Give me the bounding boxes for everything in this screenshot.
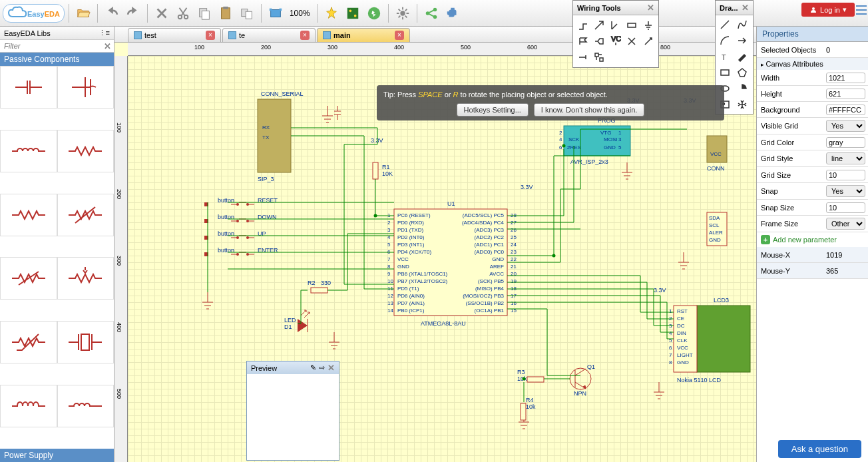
sidebar-menu-icon[interactable]: ⋮≡ (99, 29, 110, 37)
hamburger-icon[interactable] (856, 5, 867, 15)
text-icon[interactable]: T (718, 49, 732, 64)
svg-point-12 (349, 9, 351, 12)
netlabel-icon[interactable] (624, 18, 639, 33)
component-resistor[interactable] (0, 194, 57, 236)
tab-te[interactable]: te× (222, 28, 316, 42)
group-icon[interactable] (592, 50, 606, 65)
close-icon[interactable]: × (395, 31, 404, 40)
frame-size-select[interactable]: Other (826, 218, 865, 230)
svg-text:19: 19 (511, 278, 517, 284)
svg-rect-181 (600, 58, 603, 61)
netport-icon[interactable] (592, 34, 606, 49)
add-parameter-button[interactable]: +Add new parameter (757, 232, 868, 247)
copy-icon[interactable] (194, 3, 214, 23)
bezier-icon[interactable] (735, 17, 750, 32)
background-input[interactable] (826, 105, 865, 115)
svg-text:PB6 (XTAL1/TOSC1): PB6 (XTAL1/TOSC1) (397, 271, 448, 277)
svg-text:5: 5 (618, 144, 622, 150)
grid-style-select[interactable]: line (826, 152, 865, 164)
canvas-attributes-section[interactable]: Canvas Attributes (757, 58, 868, 70)
close-icon[interactable]: × (300, 31, 310, 40)
component-capacitor-pol[interactable] (57, 66, 114, 109)
svg-text:23: 23 (511, 249, 517, 255)
clone-icon[interactable] (237, 3, 257, 23)
component-varistor[interactable] (0, 257, 57, 300)
snap-select[interactable]: Yes (826, 185, 865, 197)
svg-text:CONN_SERIAL: CONN_SERIAL (261, 91, 304, 97)
visible-grid-select[interactable]: Yes (826, 120, 865, 132)
grid-size-input[interactable] (826, 170, 865, 180)
redo-icon[interactable] (123, 3, 143, 23)
section-passive[interactable]: Passive Components (0, 53, 114, 66)
vcc-icon[interactable]: VCC (608, 34, 623, 49)
svg-text:5: 5 (669, 338, 672, 344)
width-input[interactable] (826, 73, 865, 83)
paste-icon[interactable] (216, 3, 236, 23)
height-input[interactable] (826, 89, 865, 99)
svg-text:(ADC4/SDA) PC4: (ADC4/SDA) PC4 (462, 220, 505, 226)
component-resistor-var[interactable] (57, 194, 114, 236)
component-inductor[interactable] (0, 130, 57, 172)
new-icon[interactable] (322, 3, 341, 23)
clear-filter-icon[interactable]: ✕ (101, 41, 114, 51)
freehand-icon[interactable] (735, 49, 750, 64)
svg-text:3: 3 (618, 136, 622, 142)
export-icon[interactable]: ⇨ (319, 363, 325, 372)
close-icon[interactable]: ✕ (647, 3, 654, 13)
zoom-level[interactable]: 100% (287, 9, 313, 18)
polygon-icon[interactable] (735, 65, 750, 80)
cut-icon[interactable] (173, 3, 193, 23)
settings-icon[interactable] (393, 3, 413, 23)
ask-question-button[interactable]: Ask a question (778, 440, 861, 458)
delete-icon[interactable] (152, 3, 172, 23)
component-thermistor[interactable] (0, 321, 57, 363)
dismiss-tip-button[interactable]: I know. Don't show this again. (534, 103, 645, 116)
component-crystal[interactable] (57, 321, 114, 363)
component-coil[interactable] (0, 385, 57, 427)
grid-color-input[interactable] (826, 137, 865, 148)
close-icon[interactable]: ✕ (742, 3, 749, 13)
svg-text:SCL: SCL (709, 222, 720, 228)
pin-icon[interactable] (576, 50, 590, 65)
pcb-icon[interactable] (343, 3, 363, 23)
component-capacitor[interactable] (0, 66, 57, 109)
edit-icon[interactable]: ✎ (310, 363, 316, 372)
logo[interactable]: EasyEDA (3, 4, 65, 23)
drag-icon[interactable] (735, 97, 750, 112)
component-potentiometer[interactable] (57, 257, 114, 300)
share-icon[interactable] (421, 3, 441, 23)
close-icon[interactable]: ✕ (327, 363, 335, 373)
login-button[interactable]: Log in ▾ (801, 3, 855, 17)
line-icon[interactable] (718, 17, 732, 32)
ground-icon[interactable] (641, 18, 656, 33)
bus-entry-icon[interactable] (608, 18, 623, 33)
open-icon[interactable] (73, 3, 93, 23)
probe-icon[interactable] (641, 34, 656, 49)
close-icon[interactable]: × (206, 31, 215, 40)
snap-size-input[interactable] (826, 202, 865, 213)
run-icon[interactable] (364, 3, 384, 23)
svg-text:CLK: CLK (677, 338, 688, 344)
filter-input[interactable] (0, 40, 101, 52)
tab-test[interactable]: test× (128, 28, 221, 42)
netflag-icon[interactable] (576, 34, 590, 49)
svg-text:GND: GND (677, 359, 689, 365)
pie-icon[interactable] (735, 81, 750, 96)
noconnect-icon[interactable] (624, 34, 639, 49)
hotkeys-button[interactable]: Hotkeys Setting... (457, 103, 529, 116)
component-bead[interactable] (57, 385, 114, 427)
bus-tool-icon[interactable] (592, 18, 606, 33)
component-resistor-eu[interactable] (57, 130, 114, 172)
section-power[interactable]: Power Supply (0, 449, 114, 462)
wire-tool-icon[interactable] (576, 18, 590, 33)
properties-title: Properties (757, 27, 868, 42)
tab-main[interactable]: main× (317, 28, 410, 42)
svg-text:CE: CE (677, 316, 684, 322)
undo-icon[interactable] (102, 3, 122, 23)
arrow-icon[interactable] (735, 33, 750, 48)
arc-icon[interactable] (718, 33, 732, 48)
svg-rect-21 (856, 9, 867, 11)
fit-icon[interactable] (266, 3, 286, 23)
rect-icon[interactable] (718, 65, 732, 80)
extension-icon[interactable] (443, 3, 463, 23)
